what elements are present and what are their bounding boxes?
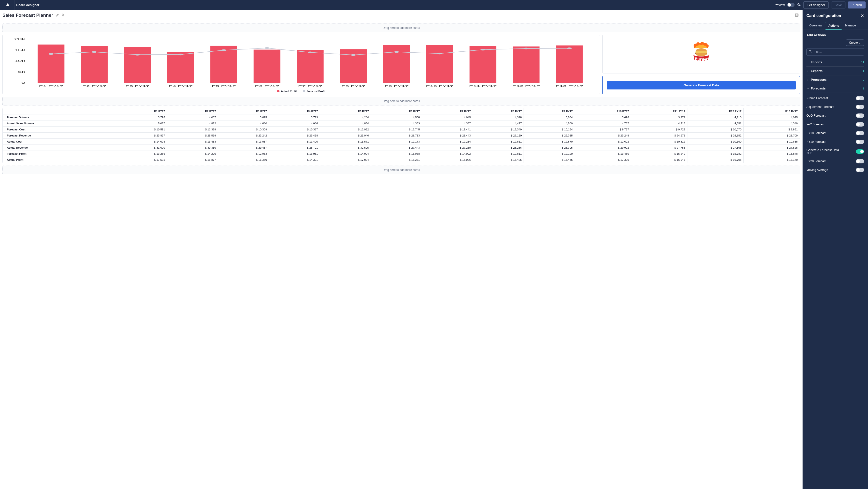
table-cell[interactable]: $ 17,320 — [575, 157, 631, 163]
forecast-toggle[interactable] — [856, 96, 864, 100]
table-cell[interactable]: 5,027 — [116, 121, 167, 127]
table-cell[interactable]: $ 27,758 — [631, 145, 687, 151]
table-cell[interactable]: 3,796 — [116, 115, 167, 121]
table-cell[interactable]: $ 28,286 — [473, 145, 524, 151]
table-cell[interactable]: $ 14,002 — [422, 151, 473, 157]
exit-designer-button[interactable]: Exit designer — [803, 1, 829, 8]
table-cell[interactable]: $ 13,286 — [116, 151, 167, 157]
chart-card[interactable]: 05k10k15k20kP1 FY17P2 FY17P3 FY17P4 FY17… — [2, 35, 600, 94]
table-cell[interactable]: $ 30,330 — [167, 145, 218, 151]
action-card[interactable]: Generate Forecast Data — [602, 76, 800, 94]
table-cell[interactable]: $ 23,418 — [269, 133, 320, 139]
table-cell[interactable]: $ 13,057 — [218, 139, 269, 145]
table-cell[interactable]: $ 10,070 — [687, 127, 743, 133]
table-cell[interactable]: $ 13,031 — [269, 151, 320, 157]
drop-zone-mid[interactable]: Drag here to add more cards — [2, 97, 800, 105]
forecast-toggle[interactable] — [856, 149, 864, 154]
table-cell[interactable]: $ 10,660 — [687, 139, 743, 145]
table-cell[interactable]: $ 23,242 — [218, 133, 269, 139]
close-icon[interactable]: ✕ — [861, 13, 864, 19]
table-cell[interactable]: $ 31,620 — [116, 145, 167, 151]
forecast-toggle[interactable] — [856, 122, 864, 127]
table-cell[interactable]: $ 10,591 — [116, 127, 167, 133]
table-cell[interactable]: $ 16,380 — [218, 157, 269, 163]
table-cell[interactable]: 4,086 — [269, 121, 320, 127]
table-cell[interactable]: 4,045 — [422, 115, 473, 121]
accordion-item[interactable]: ›Processes0 — [806, 75, 864, 84]
table-cell[interactable]: $ 27,443 — [371, 145, 422, 151]
table-cell[interactable]: $ 9,861 — [743, 127, 800, 133]
table-cell[interactable]: 4,318 — [473, 115, 524, 121]
table-cell[interactable]: 3,723 — [269, 115, 320, 121]
table-cell[interactable]: $ 16,946 — [631, 157, 687, 163]
table-cell[interactable]: $ 13,571 — [320, 139, 371, 145]
table-cell[interactable]: $ 28,733 — [371, 133, 422, 139]
forecast-toggle[interactable] — [856, 131, 864, 135]
create-button[interactable]: Create ⌄ — [846, 39, 864, 46]
forecast-toggle[interactable] — [856, 114, 864, 118]
table-cell[interactable]: $ 25,701 — [269, 145, 320, 151]
table-cell[interactable]: $ 27,825 — [743, 145, 800, 151]
table-cell[interactable]: $ 11,441 — [422, 127, 473, 133]
table-cell[interactable]: $ 25,519 — [167, 133, 218, 139]
table-cell[interactable]: $ 11,319 — [167, 127, 218, 133]
accordion-item[interactable]: ›Imports11 — [806, 58, 864, 67]
table-cell[interactable]: $ 15,988 — [371, 151, 422, 157]
table-cell[interactable]: $ 10,164 — [524, 127, 575, 133]
table-cell[interactable]: $ 17,170 — [743, 157, 800, 163]
table-cell[interactable]: 4,284 — [320, 115, 371, 121]
table-cell[interactable]: $ 12,190 — [524, 151, 575, 157]
table-cell[interactable]: $ 14,301 — [269, 157, 320, 163]
table-cell[interactable]: $ 15,026 — [422, 157, 473, 163]
accordion-item[interactable]: ›Exports4 — [806, 67, 864, 75]
accordion-item[interactable]: ⌄Forecasts9 — [806, 84, 864, 93]
table-cell[interactable]: $ 29,922 — [575, 145, 631, 151]
table-cell[interactable]: $ 16,877 — [167, 157, 218, 163]
table-cell[interactable]: 4,025 — [743, 115, 800, 121]
table-cell[interactable]: $ 10,309 — [218, 127, 269, 133]
table-cell[interactable]: $ 27,368 — [687, 145, 743, 151]
table-cell[interactable]: $ 25,852 — [687, 133, 743, 139]
panel-toggle-icon[interactable] — [795, 13, 799, 18]
table-cell[interactable]: $ 29,437 — [218, 145, 269, 151]
tab-manage[interactable]: Manage — [842, 22, 859, 30]
table-cell[interactable]: $ 15,271 — [371, 157, 422, 163]
table-cell[interactable]: 4,337 — [422, 121, 473, 127]
table-cell[interactable]: 4,110 — [687, 115, 743, 121]
table-cell[interactable]: $ 24,978 — [631, 133, 687, 139]
table-cell[interactable]: $ 23,877 — [116, 133, 167, 139]
table-cell[interactable]: $ 9,729 — [631, 127, 687, 133]
table-cell[interactable]: $ 12,745 — [371, 127, 422, 133]
table-cell[interactable]: 4,568 — [371, 115, 422, 121]
data-table-card[interactable]: P1 FY17P2 FY17P3 FY17P4 FY17P5 FY17P6 FY… — [2, 108, 800, 163]
table-cell[interactable]: $ 13,480 — [575, 151, 631, 157]
table-cell[interactable]: $ 13,453 — [167, 139, 218, 145]
table-cell[interactable]: $ 22,355 — [524, 133, 575, 139]
table-cell[interactable]: $ 15,249 — [631, 151, 687, 157]
table-cell[interactable]: 3,971 — [631, 115, 687, 121]
table-cell[interactable]: 4,497 — [473, 121, 524, 127]
table-cell[interactable]: 4,363 — [371, 121, 422, 127]
table-cell[interactable]: $ 12,254 — [422, 139, 473, 145]
table-cell[interactable]: $ 30,595 — [320, 145, 371, 151]
drop-zone-bottom[interactable]: Drag here to add more cards — [2, 165, 800, 174]
forecast-toggle[interactable] — [856, 105, 864, 109]
table-cell[interactable]: $ 23,248 — [575, 133, 631, 139]
table-cell[interactable]: 4,351 — [687, 121, 743, 127]
table-cell[interactable]: 4,822 — [167, 121, 218, 127]
preview-toggle[interactable] — [787, 3, 795, 7]
table-cell[interactable]: $ 12,870 — [524, 139, 575, 145]
table-cell[interactable]: $ 17,024 — [320, 157, 371, 163]
table-cell[interactable]: 3,695 — [218, 115, 269, 121]
table-cell[interactable]: $ 28,305 — [524, 145, 575, 151]
table-cell[interactable]: $ 10,655 — [743, 139, 800, 145]
forecast-toggle[interactable] — [856, 159, 864, 163]
table-cell[interactable]: $ 25,443 — [422, 133, 473, 139]
table-cell[interactable]: $ 9,767 — [575, 127, 631, 133]
table-cell[interactable]: $ 14,025 — [116, 139, 167, 145]
table-cell[interactable]: $ 15,782 — [687, 151, 743, 157]
table-cell[interactable]: 4,349 — [743, 121, 800, 127]
generate-forecast-button[interactable]: Generate Forecast Data — [607, 81, 796, 89]
tab-overview[interactable]: Overview — [806, 22, 825, 30]
table-cell[interactable]: 4,413 — [631, 121, 687, 127]
